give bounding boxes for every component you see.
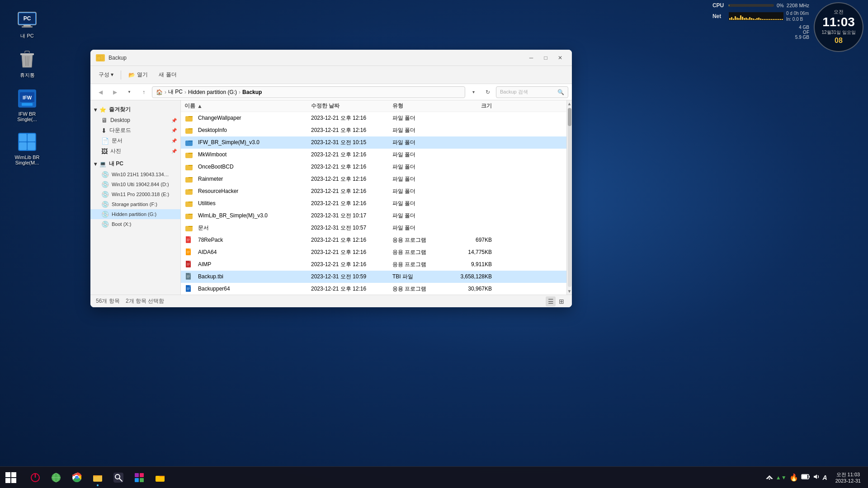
recycle-bin-icon[interactable]: 휴지통 — [9, 48, 45, 79]
sidebar-item-d-drive[interactable]: 💿 Win10 Ulti 19042.844 (D:) — [90, 179, 180, 189]
svg-point-88 — [769, 478, 770, 479]
address-path[interactable]: 🏠 › 내 PC › Hidden partition (G:) › Backu… — [152, 86, 465, 98]
sidebar-item-g-drive[interactable]: 💿 Hidden partition (G:) — [90, 209, 180, 219]
tile-view-button[interactable]: ⊞ — [557, 296, 566, 306]
file-icon — [184, 272, 193, 281]
search-box[interactable]: Backup 검색 🔍 — [496, 86, 568, 98]
maximize-button[interactable]: □ — [539, 53, 552, 63]
col-header-size[interactable]: 크기 — [447, 102, 492, 110]
recent-locations-button[interactable]: ▼ — [123, 86, 136, 99]
table-row[interactable]: Backup.tbi 2023-12-31 오전 10:59 TBI 파일 3,… — [181, 271, 566, 283]
svg-rect-5 — [20, 53, 34, 55]
taskbar-explorer[interactable] — [88, 468, 108, 488]
wimlib-icon[interactable]: WimLib BR Single(M... — [9, 131, 45, 165]
table-row[interactable]: WimLib_BR_Simple(M)_v3.0 2023-12-31 오전 1… — [181, 210, 566, 222]
path-dropdown-button[interactable]: ▾ — [467, 86, 480, 99]
mypc-header[interactable]: ▾ 💻 내 PC — [90, 158, 180, 169]
taskbar-folder2[interactable] — [150, 468, 170, 488]
table-row[interactable]: AIMP 2023-12-21 오후 12:16 응용 프로그램 9,911KB — [181, 258, 566, 271]
scrollbar[interactable]: ▲ ▼ — [566, 100, 572, 295]
volume-icon[interactable] — [813, 473, 820, 482]
table-row[interactable]: OnceBootBCD 2023-12-21 오후 12:16 파일 폴더 — [181, 161, 566, 173]
clock-widget: 오전 11:03 12월31일 일요일 08 — [814, 2, 863, 52]
sidebar-item-pictures[interactable]: 🖼 사진 📌 — [90, 146, 180, 156]
table-row[interactable]: Backupper64 2023-12-21 오후 12:16 응용 프로그램 … — [181, 283, 566, 295]
open-button[interactable]: 📂 열기 — [124, 69, 152, 81]
cpu-row: CPU 0% 2208 MHz — [712, 2, 809, 9]
new-folder-button[interactable]: 새 폴더 — [154, 69, 181, 81]
sidebar: ▾ ⭐ 즐겨찾기 🖥 Desktop 📌 ⬇ 다운로드 📌 📄 문서 — [90, 100, 181, 295]
table-row[interactable]: IFW_BR_Simple(M)_v3.0 2023-12-31 오전 10:1… — [181, 136, 566, 149]
file-type: 파일 폴더 — [392, 151, 447, 159]
taskbar-apps-grid[interactable] — [129, 468, 149, 488]
table-row[interactable]: Rainmeter 2023-12-21 오후 12:16 파일 폴더 — [181, 173, 566, 185]
tray-clock[interactable]: 오전 11:03 2023-12-31 — [832, 471, 864, 483]
file-name: Rainmeter — [198, 176, 223, 182]
pin-icon-pictures: 📌 — [171, 149, 177, 154]
forward-button[interactable]: ▶ — [108, 86, 121, 99]
item-count: 56개 항목 — [96, 298, 120, 304]
path-drive[interactable]: Hidden partition (G:) — [188, 89, 237, 95]
table-row[interactable]: Utilities 2023-12-21 오후 12:16 파일 폴더 — [181, 197, 566, 210]
sidebar-item-downloads[interactable]: ⬇ 다운로드 📌 — [90, 125, 180, 136]
favorites-label: 즐겨찾기 — [109, 106, 131, 113]
organize-button[interactable]: 구성 ▾ — [94, 69, 118, 81]
flame-icon[interactable]: 🔥 — [789, 473, 798, 482]
minimize-button[interactable]: ─ — [525, 53, 538, 63]
taskbar-power[interactable] — [25, 468, 45, 488]
sidebar-item-documents[interactable]: 📄 문서 📌 — [90, 136, 180, 146]
file-name-cell: OnceBootBCD — [184, 162, 311, 171]
favorites-chevron: ▾ — [94, 107, 97, 113]
sidebar-item-c-drive[interactable]: 💿 Win10 21H1 19043.1348 (C:) — [90, 169, 180, 179]
col-header-type[interactable]: 유형 — [392, 102, 447, 110]
file-name: Backup.tbi — [198, 273, 223, 280]
updown-icon[interactable]: ▲▼ — [776, 474, 787, 481]
taskbar-maps[interactable] — [46, 468, 66, 488]
col-header-name[interactable]: 이름 ▲ — [184, 102, 311, 110]
search-icon: 🔍 — [557, 89, 564, 95]
table-row[interactable]: ResourceHacker 2023-12-21 오후 12:16 파일 폴더 — [181, 185, 566, 197]
sidebar-item-x-drive[interactable]: 💿 Boot (X:) — [90, 219, 180, 229]
up-button[interactable]: ↑ — [137, 86, 150, 99]
scroll-thumb[interactable] — [568, 108, 571, 126]
favorites-header[interactable]: ▾ ⭐ 즐겨찾기 — [90, 104, 180, 115]
table-row[interactable]: MkWimboot 2023-12-21 오후 12:16 파일 폴더 — [181, 149, 566, 161]
start-button[interactable] — [0, 467, 22, 488]
sidebar-item-e-drive[interactable]: 💿 Win11 Pro 22000.318 (E:) — [90, 189, 180, 199]
file-name-cell: AIDA64 — [184, 248, 311, 257]
open-icon: 📂 — [128, 72, 135, 78]
table-row[interactable]: DesktopInfo 2023-12-21 오후 12:16 파일 폴더 — [181, 124, 566, 136]
file-name-cell: AIMP — [184, 260, 311, 269]
scroll-down[interactable]: ▼ — [567, 289, 572, 294]
file-name-cell: 78RePack — [184, 235, 311, 244]
svg-rect-79 — [93, 475, 98, 477]
file-type: 파일 폴더 — [392, 139, 447, 146]
list-view-button[interactable]: ☰ — [546, 296, 556, 306]
address-bar: ◀ ▶ ▼ ↑ 🏠 › 내 PC › Hidden partition (G:)… — [90, 84, 572, 100]
sidebar-item-desktop[interactable]: 🖥 Desktop 📌 — [90, 115, 180, 125]
refresh-button[interactable]: ↻ — [481, 86, 494, 99]
col-header-date[interactable]: 수정한 날짜 — [311, 102, 392, 110]
ifw-br-icon[interactable]: IFW IFW BR Single(... — [9, 88, 45, 122]
scroll-up[interactable]: ▲ — [567, 101, 572, 106]
battery-icon[interactable] — [801, 474, 810, 482]
tray-icons: ▲▼ 🔥 A — [763, 473, 830, 482]
language-icon[interactable]: A — [823, 474, 827, 481]
file-icon — [184, 235, 193, 244]
window-icon — [96, 54, 105, 61]
table-row[interactable]: ChangeWallpaper 2023-12-21 오후 12:16 파일 폴… — [181, 112, 566, 124]
svg-rect-85 — [135, 478, 139, 482]
table-row[interactable]: AIDA64 2023-12-21 오후 12:16 응용 프로그램 14,77… — [181, 246, 566, 258]
close-button[interactable]: ✕ — [554, 53, 566, 63]
sidebar-item-f-drive[interactable]: 💿 Storage partition (F:) — [90, 199, 180, 209]
table-row[interactable]: 78RePack 2023-12-21 오후 12:16 응용 프로그램 697… — [181, 234, 566, 246]
network-tray-icon[interactable] — [766, 473, 773, 482]
taskbar-chrome[interactable] — [67, 468, 87, 488]
back-button[interactable]: ◀ — [94, 86, 107, 99]
sidebar-downloads-label: 다운로드 — [109, 127, 131, 134]
table-row[interactable]: 문서 2023-12-31 오전 10:57 파일 폴더 — [181, 222, 566, 234]
path-mypc[interactable]: 내 PC — [168, 88, 183, 96]
my-pc-icon[interactable]: PC 내 PC — [9, 9, 45, 39]
path-folder[interactable]: Backup — [242, 89, 262, 95]
taskbar-magnifier[interactable] — [108, 468, 128, 488]
